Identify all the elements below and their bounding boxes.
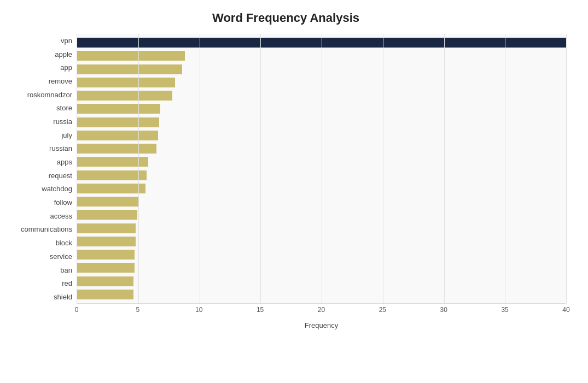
- bar-block: [77, 237, 136, 246]
- y-label: follow: [5, 199, 72, 206]
- y-label: july: [5, 132, 72, 139]
- grid-line: [566, 34, 567, 303]
- y-label: red: [5, 280, 72, 287]
- bar-ban: [77, 263, 135, 273]
- y-label: request: [5, 172, 72, 179]
- y-label: service: [5, 253, 72, 260]
- x-tick: 15: [257, 306, 264, 314]
- bar-communications: [77, 223, 136, 233]
- bar-follow: [77, 197, 138, 207]
- x-tick: 40: [562, 306, 569, 314]
- x-axis-label: Frequency: [77, 321, 566, 329]
- y-label: vpn: [5, 37, 72, 44]
- bar-apps: [77, 157, 148, 167]
- y-label: app: [5, 64, 72, 71]
- bar-remove: [77, 78, 175, 87]
- x-tick: 10: [195, 306, 202, 314]
- bar-russia: [77, 117, 159, 127]
- y-label: shield: [5, 293, 72, 300]
- bar-store: [77, 104, 160, 114]
- bar-russian: [77, 144, 156, 154]
- y-label: apple: [5, 51, 72, 58]
- plot-area: vpnappleappremoveroskomnadzorstorerussia…: [5, 34, 566, 304]
- bar-service: [77, 250, 135, 260]
- y-label: roskomnadzor: [5, 91, 72, 98]
- y-label: russia: [5, 118, 72, 125]
- grid-line: [383, 34, 383, 303]
- bar-roskomnadzor: [77, 91, 172, 101]
- y-label: apps: [5, 158, 72, 166]
- y-label: russian: [5, 145, 72, 152]
- chart-area: vpnappleappremoveroskomnadzorstorerussia…: [5, 34, 566, 329]
- bar-shield: [77, 290, 133, 299]
- x-tick: 20: [318, 306, 325, 314]
- bar-red: [77, 276, 133, 286]
- grid-line: [505, 34, 505, 303]
- bar-watchdog: [77, 184, 145, 193]
- y-label: block: [5, 239, 72, 246]
- bar-access: [77, 210, 137, 220]
- x-axis: 0510152025303540: [77, 304, 566, 320]
- y-label: ban: [5, 267, 72, 274]
- y-labels: vpnappleappremoveroskomnadzorstorerussia…: [5, 34, 77, 304]
- bar-request: [77, 170, 147, 180]
- grid-line: [322, 34, 322, 303]
- x-tick: 30: [440, 306, 447, 314]
- y-label: communications: [5, 226, 72, 233]
- chart-title: Word Frequency Analysis: [5, 11, 566, 25]
- y-label: store: [5, 104, 72, 111]
- grid-line: [200, 34, 200, 303]
- bar-july: [77, 131, 158, 140]
- y-label: watchdog: [5, 185, 72, 192]
- y-label: access: [5, 213, 72, 220]
- x-tick: 0: [75, 306, 79, 314]
- chart-container: Word Frequency Analysis vpnappleappremov…: [0, 0, 588, 383]
- x-tick: 25: [379, 306, 386, 314]
- x-tick: 5: [136, 306, 140, 314]
- bar-apple: [77, 51, 185, 61]
- y-label: remove: [5, 78, 72, 85]
- grid-line: [444, 34, 445, 303]
- grid-line: [138, 34, 139, 303]
- bar-app: [77, 64, 182, 74]
- x-tick: 35: [501, 306, 508, 314]
- grid-line: [260, 34, 261, 303]
- bars-and-grid: [77, 34, 566, 304]
